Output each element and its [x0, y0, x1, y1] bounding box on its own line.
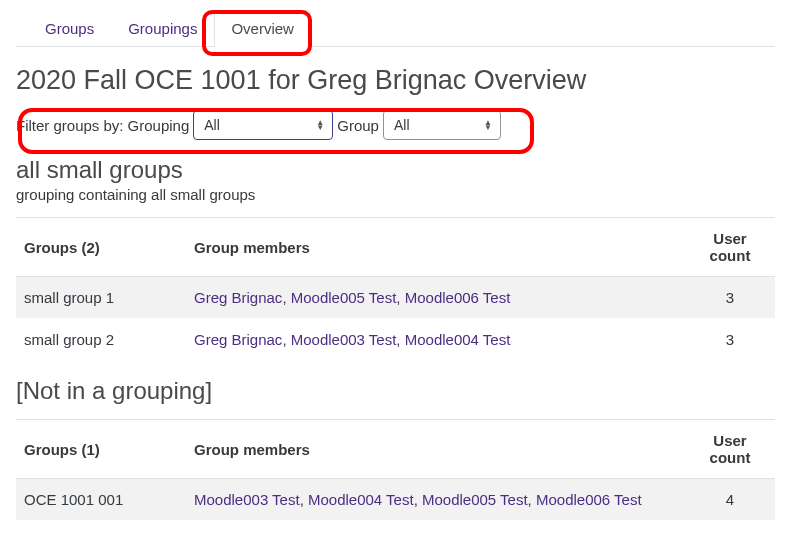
grouping-select-wrap: All ▲▼ — [193, 110, 333, 140]
table-row: OCE 1001 001 Moodle003 Test, Moodle004 T… — [16, 479, 775, 521]
filter-grouping-label: Grouping — [128, 117, 190, 134]
groups-table: Groups (2) Group members Usercount small… — [16, 217, 775, 361]
col-groups-header: Groups (1) — [16, 420, 186, 479]
member-link[interactable]: Moodle006 Test — [536, 491, 642, 508]
chevron-updown-icon: ▲▼ — [316, 120, 324, 130]
tab-groupings[interactable]: Groupings — [111, 10, 214, 47]
col-count-header: Usercount — [685, 218, 775, 277]
user-count: 4 — [685, 479, 775, 521]
user-count: 3 — [685, 319, 775, 361]
section-title: [Not in a grouping] — [16, 377, 775, 405]
filter-prefix: Filter groups by: — [16, 117, 124, 134]
group-select-wrap: All ▲▼ — [383, 110, 501, 140]
group-members: Greg Brignac, Moodle005 Test, Moodle006 … — [186, 277, 685, 319]
group-select[interactable]: All — [384, 113, 438, 137]
tab-bar: Groups Groupings Overview — [16, 10, 775, 47]
page-root: Groups Groupings Overview 2020 Fall OCE … — [16, 10, 775, 521]
member-link[interactable]: Greg Brignac — [194, 289, 282, 306]
tab-overview[interactable]: Overview — [214, 10, 311, 47]
col-members-header: Group members — [186, 218, 685, 277]
col-count-header: Usercount — [685, 420, 775, 479]
section-title: all small groups — [16, 156, 775, 184]
member-link[interactable]: Moodle006 Test — [405, 289, 511, 306]
tab-groups[interactable]: Groups — [28, 10, 111, 47]
filter-group-label: Group — [337, 117, 379, 134]
member-link[interactable]: Moodle003 Test — [194, 491, 300, 508]
grouping-select[interactable]: All — [194, 113, 248, 137]
group-members: Greg Brignac, Moodle003 Test, Moodle004 … — [186, 319, 685, 361]
group-name: OCE 1001 001 — [16, 479, 186, 521]
member-link[interactable]: Moodle005 Test — [291, 289, 397, 306]
chevron-updown-icon: ▲▼ — [484, 120, 492, 130]
table-row: small group 2 Greg Brignac, Moodle003 Te… — [16, 319, 775, 361]
member-link[interactable]: Moodle004 Test — [308, 491, 414, 508]
groups-table: Groups (1) Group members Usercount OCE 1… — [16, 419, 775, 521]
group-name: small group 1 — [16, 277, 186, 319]
filter-row: Filter groups by:Grouping All ▲▼ Group A… — [16, 104, 775, 146]
group-members: Moodle003 Test, Moodle004 Test, Moodle00… — [186, 479, 685, 521]
member-link[interactable]: Moodle003 Test — [291, 331, 397, 348]
member-link[interactable]: Moodle004 Test — [405, 331, 511, 348]
col-groups-header: Groups (2) — [16, 218, 186, 277]
member-link[interactable]: Moodle005 Test — [422, 491, 528, 508]
page-title: 2020 Fall OCE 1001 for Greg Brignac Over… — [16, 65, 775, 96]
group-name: small group 2 — [16, 319, 186, 361]
col-members-header: Group members — [186, 420, 685, 479]
table-row: small group 1 Greg Brignac, Moodle005 Te… — [16, 277, 775, 319]
section-desc: grouping containing all small groups — [16, 186, 775, 203]
member-link[interactable]: Greg Brignac — [194, 331, 282, 348]
user-count: 3 — [685, 277, 775, 319]
